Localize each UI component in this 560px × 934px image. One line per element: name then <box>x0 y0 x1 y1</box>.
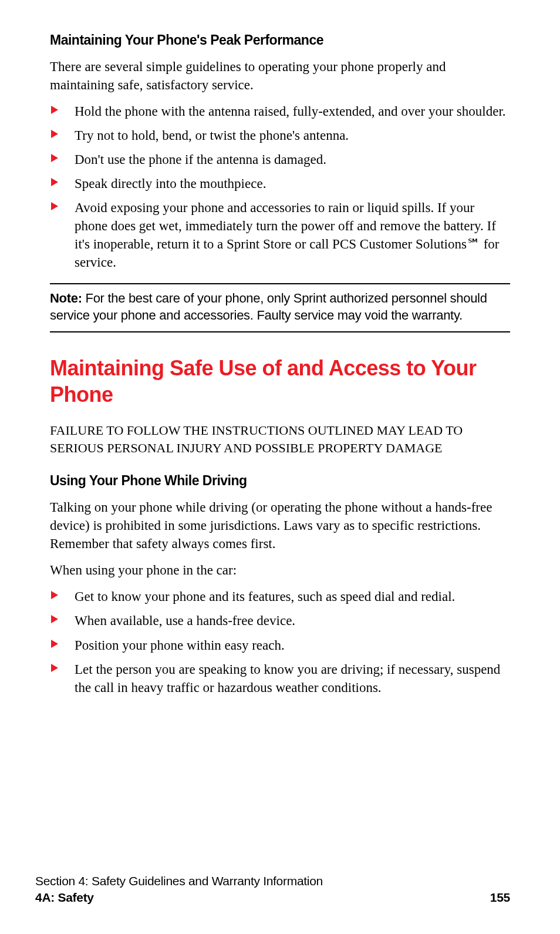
bullet-arrow-icon <box>51 178 58 186</box>
list-item-text: Position your phone within easy reach. <box>75 638 285 653</box>
note-text: For the best care of your phone, only Sp… <box>50 291 487 322</box>
list-item: Hold the phone with the antenna raised, … <box>50 102 510 120</box>
list-item: Try not to hold, bend, or twist the phon… <box>50 126 510 145</box>
driving-bullet-list: Get to know your phone and its features,… <box>50 587 510 696</box>
bullet-arrow-icon <box>51 615 58 623</box>
subheading-driving: Using Your Phone While Driving <box>50 473 510 489</box>
list-item: Speak directly into the mouthpiece. <box>50 174 510 193</box>
footer-page-number: 155 <box>490 891 510 905</box>
list-item: Position your phone within easy reach. <box>50 636 510 654</box>
list-item: Get to know your phone and its features,… <box>50 587 510 606</box>
list-item-text: Don't use the phone if the antenna is da… <box>75 152 326 167</box>
list-item-text: Speak directly into the mouthpiece. <box>75 176 266 191</box>
list-item: Don't use the phone if the antenna is da… <box>50 150 510 169</box>
list-item-text: When available, use a hands-free device. <box>75 613 295 628</box>
subheading-maintaining-performance: Maintaining Your Phone's Peak Performanc… <box>50 32 510 48</box>
list-item-text: Let the person you are speaking to know … <box>75 662 500 695</box>
bullet-arrow-icon <box>51 202 58 210</box>
list-item-text: Avoid exposing your phone and accessorie… <box>75 200 499 270</box>
list-item: Avoid exposing your phone and accessorie… <box>50 199 510 271</box>
bullet-arrow-icon <box>51 591 58 599</box>
bullet-arrow-icon <box>51 154 58 162</box>
list-item: Let the person you are speaking to know … <box>50 660 510 697</box>
footer-section-line: Section 4: Safety Guidelines and Warrant… <box>35 874 510 888</box>
page-footer: Section 4: Safety Guidelines and Warrant… <box>35 874 510 905</box>
section-title-safe-use: Maintaining Safe Use of and Access to Yo… <box>50 355 510 408</box>
note-box: Note: For the best care of your phone, o… <box>50 283 510 332</box>
list-item: When available, use a hands-free device. <box>50 612 510 630</box>
bullet-arrow-icon <box>51 664 58 672</box>
driving-paragraph-2: When using your phone in the car: <box>50 561 510 579</box>
bullet-arrow-icon <box>51 106 58 114</box>
driving-paragraph-1: Talking on your phone while driving (or … <box>50 498 510 553</box>
list-item-text: Get to know your phone and its features,… <box>75 589 455 604</box>
list-item-text: Try not to hold, bend, or twist the phon… <box>75 128 349 143</box>
intro-paragraph: There are several simple guidelines to o… <box>50 58 510 94</box>
warning-text: FAILURE TO FOLLOW THE INSTRUCTIONS OUTLI… <box>50 422 510 458</box>
footer-chapter: 4A: Safety <box>35 891 94 905</box>
performance-bullet-list: Hold the phone with the antenna raised, … <box>50 102 510 271</box>
bullet-arrow-icon <box>51 640 58 648</box>
bullet-arrow-icon <box>51 130 58 138</box>
note-label: Note: <box>50 291 82 305</box>
list-item-text: Hold the phone with the antenna raised, … <box>75 104 506 119</box>
